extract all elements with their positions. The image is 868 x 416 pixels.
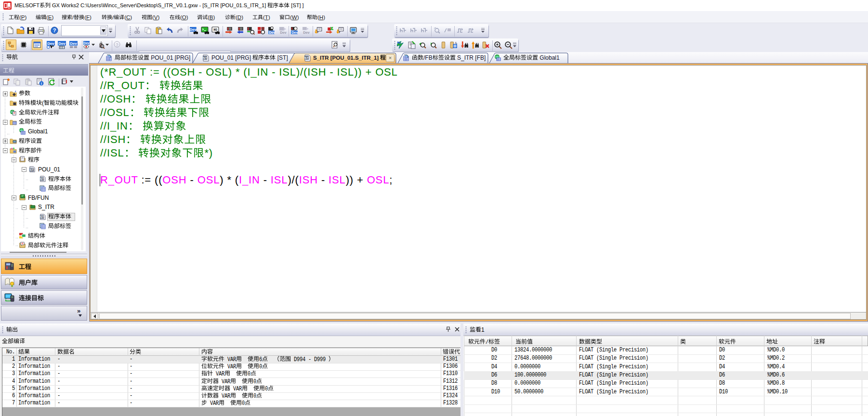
svg-text:ST: ST [40,215,44,218]
svg-text:?: ? [53,27,56,33]
svg-text:Dev: Dev [70,41,77,46]
svg-text:Dev: Dev [280,30,287,35]
svg-text:Dev: Dev [303,30,310,35]
svg-text:Dev: Dev [58,41,66,46]
svg-text:?: ? [116,42,118,47]
svg-text:HO: HO [213,28,217,32]
svg-text:Dev: Dev [84,41,90,45]
svg-text:Dev: Dev [291,30,298,35]
svg-text:Dev: Dev [269,30,276,35]
svg-text:IL: IL [455,41,457,44]
svg-text:i: i [41,82,42,85]
svg-text:ST: ST [40,177,44,181]
svg-text:ST: ST [29,168,33,171]
svg-text:ST: ST [304,56,309,60]
svg-text:ST: ST [203,56,208,60]
